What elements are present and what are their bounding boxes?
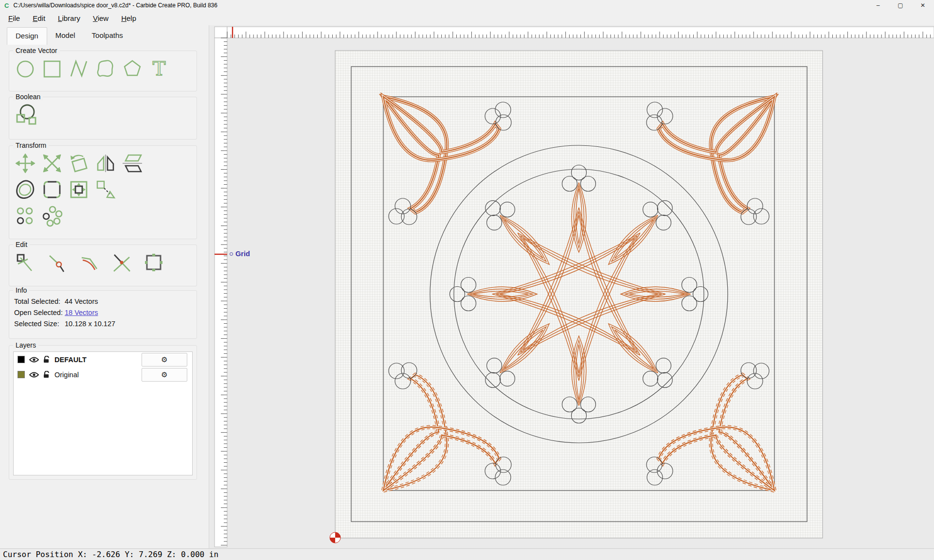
grid-radio-icon[interactable] (230, 252, 233, 256)
window-controls: – ▢ ✕ (867, 0, 934, 11)
polyline-tool-icon[interactable] (68, 57, 90, 80)
offset-tool-icon[interactable] (14, 178, 36, 201)
gear-icon: ⚙ (161, 355, 167, 364)
info-group: Info Total Selected: 44 Vectors Open Sel… (9, 290, 197, 339)
menu-bar: File Edit Library View Help (0, 11, 934, 25)
boolean-title: Boolean (13, 93, 43, 101)
eye-icon[interactable] (29, 356, 39, 363)
menu-help[interactable]: Help (115, 12, 143, 25)
minimize-button[interactable]: – (867, 0, 889, 11)
design-canvas[interactable]: Grid (209, 25, 934, 548)
layers-group: Layers DEFAULT ⚙ (9, 345, 197, 480)
boolean-tool-icon[interactable] (14, 104, 36, 126)
menu-view[interactable]: View (87, 12, 115, 25)
info-title: Info (13, 286, 29, 294)
info-label: Selected Size: (14, 320, 65, 328)
menu-file[interactable]: File (2, 12, 26, 25)
info-value: 44 Vectors (65, 298, 98, 305)
node-edit-tool-icon[interactable] (14, 251, 36, 274)
create-vector-title: Create Vector (13, 47, 60, 54)
eye-icon[interactable] (29, 371, 39, 378)
rectangle-tool-icon[interactable] (41, 57, 63, 80)
tab-toolpaths[interactable]: Toolpaths (84, 27, 131, 45)
circular-array-tool-icon[interactable] (41, 205, 63, 227)
info-selected-size: Selected Size: 10.128 x 10.127 (14, 320, 197, 328)
design-drawing (209, 25, 934, 548)
cursor-position-text: Cursor Position X: -2.626 Y: 7.269 Z: 0.… (3, 550, 218, 559)
layer-color-swatch[interactable] (18, 371, 25, 378)
edit-group: Edit (9, 245, 197, 286)
info-label: Total Selected: (14, 298, 65, 305)
layer-color-swatch[interactable] (18, 356, 25, 363)
maximize-button[interactable]: ▢ (889, 0, 912, 11)
move-to-position-tool-icon[interactable] (94, 178, 117, 201)
select-bounds-tool-icon[interactable] (143, 251, 165, 274)
window-title: C:/Users/willa/Downloads/spice door_v8.c… (13, 2, 217, 9)
layer-row-default[interactable]: DEFAULT ⚙ (14, 352, 192, 367)
svg-text:T: T (153, 57, 166, 80)
tab-design[interactable]: Design (7, 27, 47, 45)
layers-title: Layers (13, 341, 38, 349)
layer-settings-button[interactable]: ⚙ (142, 353, 187, 367)
scale-tool-icon[interactable] (41, 152, 63, 175)
open-vectors-link[interactable]: 18 Vectors (65, 309, 98, 316)
rotate-tool-icon[interactable] (68, 152, 90, 175)
menu-edit[interactable]: Edit (26, 12, 52, 25)
info-label: Open Selected: (14, 309, 65, 316)
mirror-tool-icon[interactable] (94, 152, 117, 175)
flip-tool-icon[interactable] (121, 152, 144, 175)
close-button[interactable]: ✕ (912, 0, 934, 11)
unlock-icon[interactable] (43, 371, 51, 378)
title-bar: C C:/Users/willa/Downloads/spice door_v8… (0, 0, 934, 11)
info-value: 10.128 x 10.127 (65, 320, 115, 328)
transform-title: Transform (13, 141, 49, 149)
curve-tool-icon[interactable] (94, 57, 117, 80)
linear-array-tool-icon[interactable] (14, 205, 36, 227)
left-panel: Design Model Toolpaths Create Vector (0, 25, 209, 548)
layers-list: DEFAULT ⚙ Original ⚙ (13, 351, 193, 475)
move-tool-icon[interactable] (14, 152, 36, 175)
trim-vectors-tool-icon[interactable] (110, 251, 133, 274)
create-vector-group: Create Vector T (9, 51, 197, 91)
info-open-selected: Open Selected: 18 Vectors (14, 309, 197, 316)
status-bar: Cursor Position X: -2.626 Y: 7.269 Z: 0.… (0, 548, 934, 560)
menu-library[interactable]: Library (52, 12, 87, 25)
grid-toggle[interactable]: Grid (230, 250, 250, 258)
layer-name[interactable]: Original (54, 371, 79, 379)
fit-curves-tool-icon[interactable] (78, 251, 101, 274)
layer-row-original[interactable]: Original ⚙ (14, 367, 192, 382)
app-icon: C (4, 2, 9, 9)
text-tool-icon[interactable]: T (148, 57, 170, 80)
layer-settings-button[interactable]: ⚙ (142, 368, 187, 382)
fillet-tool-icon[interactable] (41, 178, 63, 201)
edit-title: Edit (13, 241, 30, 248)
join-vectors-tool-icon[interactable] (46, 251, 69, 274)
gear-icon: ⚙ (161, 370, 167, 379)
panel-tabs: Design Model Toolpaths (7, 27, 209, 45)
circle-tool-icon[interactable] (14, 57, 36, 80)
boolean-group: Boolean (9, 97, 197, 140)
unlock-icon[interactable] (43, 356, 51, 363)
polygon-tool-icon[interactable] (121, 57, 144, 80)
layer-name[interactable]: DEFAULT (54, 356, 87, 364)
info-total-selected: Total Selected: 44 Vectors (14, 298, 197, 305)
grid-label-text: Grid (235, 250, 250, 258)
tab-model[interactable]: Model (47, 27, 84, 45)
align-tool-icon[interactable] (68, 178, 90, 201)
transform-group: Transform (9, 145, 197, 239)
